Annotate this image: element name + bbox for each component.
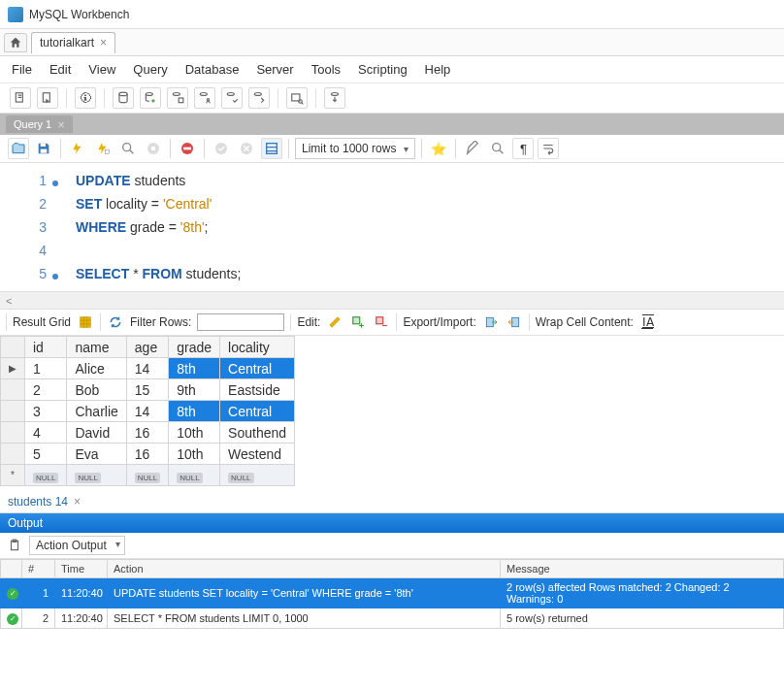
result-tab[interactable]: students 14 × (8, 495, 81, 509)
delete-row-icon[interactable] (373, 313, 390, 331)
export-icon[interactable] (482, 313, 500, 331)
db-add-icon[interactable] (140, 87, 161, 109)
new-sql-file-icon[interactable] (10, 87, 31, 109)
sql-editor[interactable]: 1UPDATE students2SET locality = 'Central… (0, 163, 784, 291)
col-header[interactable]: grade (169, 337, 220, 358)
execute-current-icon[interactable] (92, 138, 114, 159)
output-type-combo[interactable]: Action Output (29, 536, 125, 555)
col-header[interactable]: locality (220, 337, 295, 358)
menu-scripting[interactable]: Scripting (358, 62, 408, 77)
table-row[interactable]: 5Eva1610thWestend (1, 444, 295, 465)
find-icon[interactable] (487, 138, 508, 159)
beautify-icon[interactable]: ⭐ (428, 138, 449, 159)
edit-label: Edit: (297, 315, 320, 329)
output-header: Output (0, 513, 784, 533)
db-proc-icon[interactable] (248, 87, 270, 109)
title-bar: MySQL Workbench (0, 0, 784, 29)
result-grid-label: Result Grid (13, 315, 71, 329)
limit-rows-label: Limit to 1000 rows (302, 142, 396, 155)
menu-database[interactable]: Database (185, 62, 240, 77)
svg-rect-13 (41, 144, 46, 147)
svg-point-3 (146, 92, 152, 95)
svg-point-12 (332, 92, 339, 95)
db-migrate-icon[interactable] (324, 87, 345, 109)
svg-rect-10 (292, 94, 300, 101)
stop-icon[interactable] (143, 138, 164, 159)
query-tab-label: Query 1 (14, 118, 51, 130)
close-icon[interactable]: × (100, 36, 107, 49)
query-tab-strip: Query 1 × (0, 114, 784, 135)
svg-rect-14 (41, 149, 48, 153)
table-row-new[interactable]: *NULLNULLNULLNULLNULL (1, 465, 295, 486)
db-user-icon[interactable] (194, 87, 215, 109)
menu-edit[interactable]: Edit (49, 62, 71, 77)
save-icon[interactable] (33, 138, 54, 159)
menu-view[interactable]: View (88, 62, 115, 77)
db-icon[interactable] (113, 87, 134, 109)
svg-rect-26 (353, 317, 360, 324)
close-icon[interactable]: × (57, 117, 65, 132)
home-button[interactable] (4, 33, 27, 52)
wrap-lines-icon[interactable] (538, 138, 559, 159)
filter-rows-input[interactable] (197, 313, 284, 331)
limit-rows-combo[interactable]: Limit to 1000 rows ▾ (295, 138, 415, 159)
db-view-icon[interactable] (221, 87, 243, 109)
execute-icon[interactable] (67, 138, 88, 159)
rollback-icon[interactable] (236, 138, 257, 159)
import-icon[interactable] (506, 313, 523, 331)
wrap-cell-icon[interactable]: I̲A̲ (639, 313, 657, 331)
table-row[interactable]: 2Bob159thEastside (1, 379, 295, 401)
no-limit-icon[interactable] (177, 138, 198, 159)
wrap-cell-label: Wrap Cell Content: (536, 315, 634, 329)
svg-rect-15 (105, 149, 109, 153)
open-sql-file-icon[interactable] (37, 87, 58, 109)
result-toolbar: Result Grid Filter Rows: Edit: Export/Im… (0, 309, 784, 336)
menu-server[interactable]: Server (256, 62, 293, 77)
output-row[interactable]: ✓111:20:40UPDATE students SET locality =… (1, 578, 784, 608)
col-header[interactable]: id (25, 337, 67, 358)
svg-rect-25 (81, 317, 91, 328)
brush-icon[interactable] (462, 138, 483, 159)
svg-point-6 (200, 92, 207, 95)
output-toolbar: Action Output (0, 533, 784, 559)
output-combo-label: Action Output (36, 539, 107, 552)
menu-tools[interactable]: Tools (311, 62, 341, 77)
query-tab[interactable]: Query 1 × (6, 115, 73, 133)
svg-rect-18 (151, 147, 155, 150)
menu-help[interactable]: Help (425, 62, 451, 77)
table-row[interactable]: 3Charlie148thCentral (1, 401, 295, 422)
explain-icon[interactable] (117, 138, 139, 159)
export-import-label: Export/Import: (403, 315, 475, 329)
app-logo-icon (8, 7, 23, 22)
horizontal-scrollbar[interactable]: < (0, 291, 784, 309)
inspector-icon[interactable]: 🛈 (75, 87, 96, 109)
svg-point-9 (254, 92, 261, 95)
result-grid[interactable]: idnameagegradelocality▶1Alice148thCentra… (0, 336, 295, 486)
open-file-icon[interactable] (8, 138, 29, 159)
menu-file[interactable]: File (12, 62, 32, 77)
output-row[interactable]: ✓211:20:40SELECT * FROM students LIMIT 0… (1, 608, 784, 629)
svg-rect-5 (179, 98, 183, 103)
svg-rect-23 (267, 144, 278, 154)
table-row[interactable]: 4David1610thSouthend (1, 422, 295, 444)
invisible-chars-icon[interactable]: ¶ (512, 138, 534, 159)
output-grid[interactable]: #TimeActionMessage✓111:20:40UPDATE stude… (0, 559, 784, 629)
table-row[interactable]: ▶1Alice148thCentral (1, 358, 295, 379)
close-icon[interactable]: × (74, 495, 81, 509)
commit-icon[interactable] (211, 138, 232, 159)
filter-rows-label: Filter Rows: (130, 315, 191, 329)
autocommit-icon[interactable] (261, 138, 282, 159)
add-row-icon[interactable] (349, 313, 367, 331)
refresh-icon[interactable] (107, 313, 124, 331)
search-icon[interactable] (286, 87, 308, 109)
output-clipboard-icon[interactable] (6, 537, 23, 554)
db-table-icon[interactable] (167, 87, 188, 109)
edit-row-icon[interactable] (326, 313, 343, 331)
grid-icon[interactable] (77, 313, 94, 331)
result-tab-label: students 14 (8, 495, 68, 509)
col-header[interactable]: age (126, 337, 168, 358)
col-header[interactable]: name (67, 337, 126, 358)
connection-tab[interactable]: tutorialkart × (31, 32, 115, 53)
menu-query[interactable]: Query (133, 62, 167, 77)
editor-toolbar: Limit to 1000 rows ▾ ⭐ ¶ (0, 135, 784, 163)
